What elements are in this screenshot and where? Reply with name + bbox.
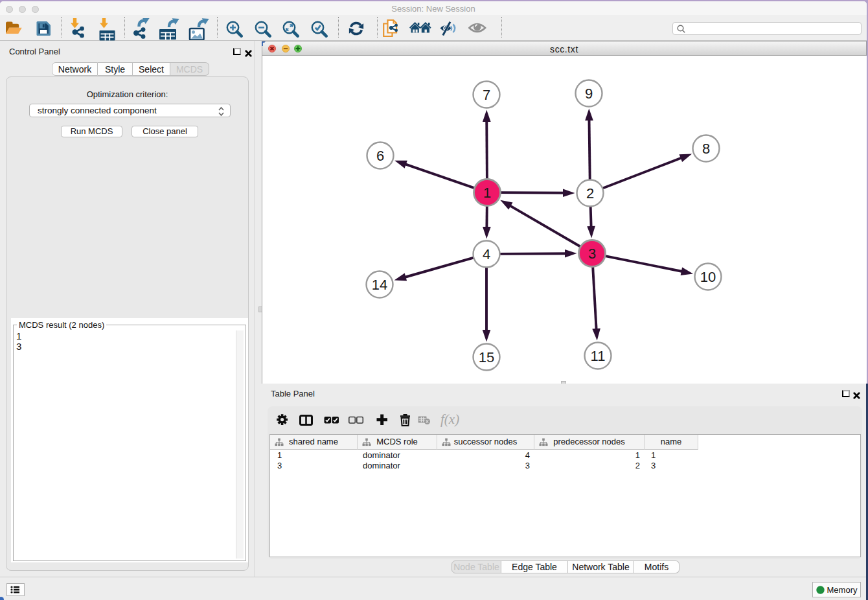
- svg-text:6: 6: [376, 148, 384, 164]
- svg-text:4: 4: [483, 246, 490, 262]
- svg-text:3: 3: [588, 246, 596, 262]
- svg-text:7: 7: [483, 87, 490, 103]
- svg-text:8: 8: [702, 141, 710, 157]
- svg-text:10: 10: [700, 269, 716, 285]
- svg-text:14: 14: [372, 277, 387, 293]
- svg-text:2: 2: [586, 185, 594, 202]
- svg-text:9: 9: [585, 86, 593, 102]
- svg-text:1: 1: [483, 185, 491, 201]
- svg-text:15: 15: [479, 349, 494, 365]
- svg-text:11: 11: [591, 348, 606, 364]
